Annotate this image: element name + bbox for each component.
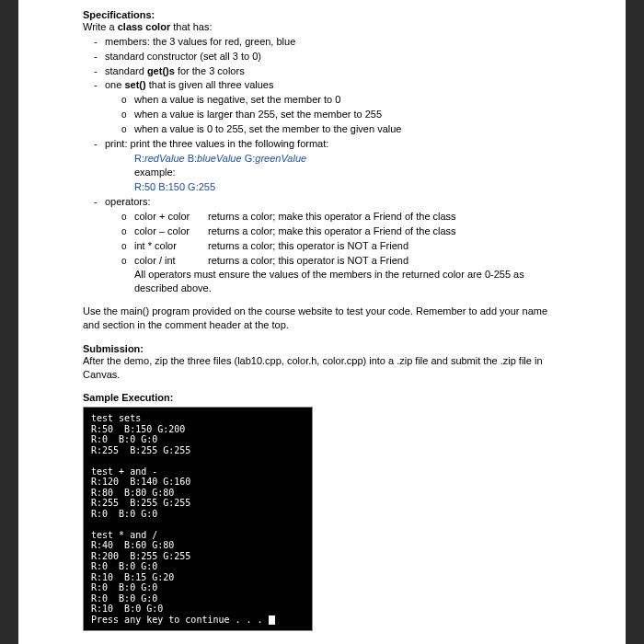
set-a: one (105, 79, 124, 90)
op-plus-right: returns a color; make this operator a Fr… (208, 211, 456, 222)
op-minus: color – colorreturns a color; make this … (83, 224, 561, 238)
op-mult-right: returns a color; this operator is NOT a … (208, 240, 408, 251)
getters-c: for the 3 colors (175, 65, 245, 76)
fmt-gv: greenValue (255, 153, 306, 164)
op-plus-left: color + color (134, 210, 208, 224)
intro-suffix: that has: (170, 21, 212, 32)
fmt-r: R: (134, 153, 144, 164)
use-main-paragraph: Use the main() program provided on the c… (83, 305, 561, 332)
op-div-left: color / int (134, 254, 208, 268)
op-div-right: returns a color; this operator is NOT a … (208, 255, 408, 266)
print-example-value: R:50 B:150 G:255 (83, 180, 561, 194)
submission-text: After the demo, zip the three files (lab… (83, 354, 561, 382)
op-plus: color + colorreturns a color; make this … (83, 210, 561, 224)
op-mult: int * colorreturns a color; this operato… (83, 239, 561, 253)
console-text: test sets R:50 B:150 G:200 R:0 B:0 G:0 R… (91, 413, 269, 625)
bullet-members: members: the 3 values for red, green, bl… (83, 35, 561, 49)
fmt-bv: blueValue (197, 153, 242, 164)
set-c: that is given all three values (146, 79, 274, 90)
print-format: R:redValue B:blueValue G:greenValue (83, 152, 561, 166)
getters-a: standard (105, 65, 147, 76)
document-page: Specifications: Write a class color that… (18, 0, 626, 644)
intro-line: Write a class color that has: (83, 20, 561, 34)
console-output: test sets R:50 B:150 G:200 R:0 B:0 G:0 R… (83, 407, 313, 631)
specifications-heading: Specifications: (83, 9, 561, 20)
intro-bold: class color (118, 21, 170, 32)
op-minus-right: returns a color; make this operator a Fr… (208, 225, 456, 236)
op-note: All operators must ensure the values of … (83, 268, 561, 295)
set-b: set() (124, 79, 145, 90)
fmt-rv: redValue (144, 153, 185, 164)
set-sub-range: when a value is 0 to 255, set the member… (83, 122, 561, 136)
bullet-set: one set() that is given all three values (83, 78, 561, 92)
print-example-label: example: (83, 166, 561, 179)
op-mult-left: int * color (134, 239, 208, 253)
bullet-print: print: print the three values in the fol… (83, 137, 561, 151)
set-sub-negative: when a value is negative, set the member… (83, 93, 561, 107)
op-div: color / intreturns a color; this operato… (83, 254, 561, 268)
fmt-g: G: (242, 153, 256, 164)
bullet-constructor: standard constructor (set all 3 to 0) (83, 50, 561, 63)
sample-heading: Sample Execution: (83, 392, 561, 403)
bullet-getters: standard get()s for the 3 colors (83, 64, 561, 78)
intro-prefix: Write a (83, 21, 118, 32)
fmt-b: B: (185, 153, 197, 164)
submission-heading: Submission: (83, 343, 561, 354)
op-minus-left: color – color (134, 224, 208, 238)
cursor-icon (269, 615, 275, 625)
bullet-operators: operators: (83, 195, 561, 209)
set-sub-large: when a value is larger than 255, set the… (83, 108, 561, 121)
getters-b: get()s (147, 65, 175, 76)
